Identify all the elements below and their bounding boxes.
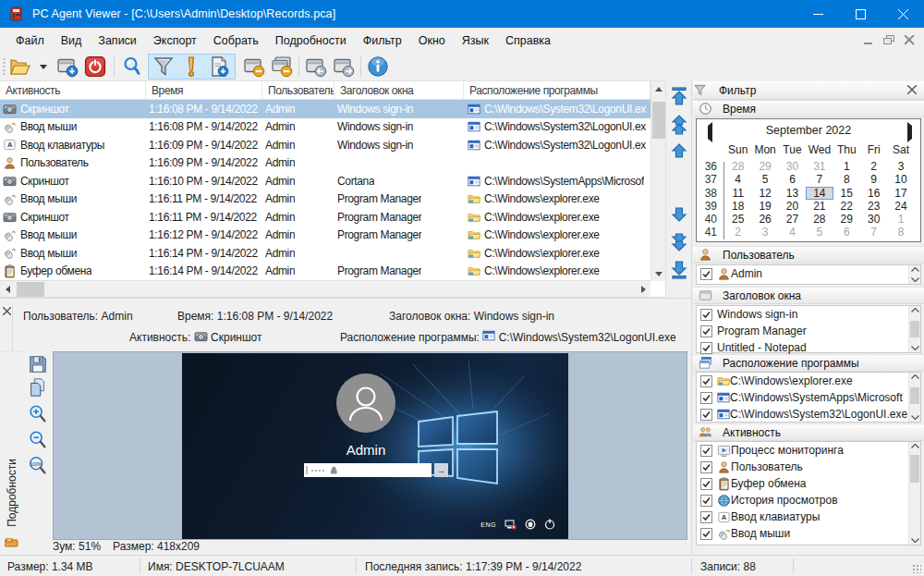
resize-grip[interactable] — [912, 564, 921, 573]
table-horizontal-scrollbar[interactable] — [0, 280, 650, 297]
calendar-day[interactable]: 6 — [833, 226, 860, 239]
calendar-day[interactable]: 20 — [779, 200, 806, 213]
calendar-day[interactable]: 23 — [860, 200, 887, 213]
menu-item-8[interactable]: Язык — [454, 29, 497, 53]
calendar-day[interactable]: 16 — [860, 187, 887, 200]
filter-window-item-0[interactable]: Windows sign-in — [697, 306, 920, 323]
calendar-day[interactable]: 7 — [860, 226, 887, 239]
calendar-day[interactable]: 9 — [860, 173, 887, 186]
calendar-day[interactable]: 2 — [724, 226, 751, 239]
toolbar-grip[interactable] — [3, 57, 6, 76]
calendar-day[interactable]: 10 — [887, 173, 914, 186]
checkbox-checked[interactable] — [700, 409, 712, 421]
column-header-1[interactable]: Время — [146, 81, 262, 99]
calendar-day[interactable]: 27 — [779, 213, 806, 226]
calendar-day[interactable]: 1 — [887, 213, 914, 226]
calendar-day[interactable]: 4 — [779, 226, 806, 239]
filter-activity-item-1[interactable]: Пользователь — [697, 459, 920, 475]
table-row-7[interactable]: Ввод мыши1:16:12 PM - 9/14/2022AdminProg… — [0, 227, 650, 245]
menu-item-4[interactable]: Собрать — [205, 29, 267, 53]
menu-item-6[interactable]: Фильтр — [355, 29, 410, 53]
previous-record-button[interactable] — [304, 55, 328, 79]
minimize-button[interactable] — [796, 0, 839, 28]
filter-path-scrollbar[interactable] — [908, 373, 920, 422]
collect-button[interactable] — [55, 55, 79, 79]
table-row-2[interactable]: AВвод клавиатуры1:16:09 PM - 9/14/2022Ad… — [0, 136, 650, 154]
menu-item-5[interactable]: Подробности — [267, 29, 355, 53]
go-page-down-button[interactable] — [669, 231, 689, 251]
important-button[interactable] — [179, 55, 203, 79]
checkbox-checked[interactable] — [700, 495, 712, 507]
calendar-day[interactable]: 15 — [833, 187, 860, 200]
calendar-day[interactable]: 21 — [806, 200, 833, 213]
calendar-day[interactable]: 18 — [724, 200, 751, 213]
menu-item-0[interactable]: Файл — [7, 29, 53, 53]
calendar-day[interactable]: 8 — [887, 226, 914, 239]
calendar-day[interactable]: 29 — [751, 160, 778, 173]
calendar-day[interactable]: 26 — [751, 213, 778, 226]
calendar-day[interactable]: 31 — [806, 160, 833, 173]
calendar-selected-day[interactable]: 14 — [806, 187, 833, 200]
calendar-day[interactable]: 25 — [724, 213, 751, 226]
calendar-day[interactable]: 6 — [779, 173, 806, 186]
filter-path-item-2[interactable]: C:\Windows\System32\LogonUI.exe — [697, 406, 920, 423]
menu-item-3[interactable]: Экспорт — [145, 29, 205, 53]
save-button[interactable] — [28, 354, 50, 376]
checkbox-checked[interactable] — [700, 511, 712, 523]
menu-item-7[interactable]: Окно — [410, 29, 454, 53]
table-row-5[interactable]: Ввод мыши1:16:11 PM - 9/14/2022AdminProg… — [0, 190, 650, 209]
calendar-day[interactable]: 8 — [833, 173, 860, 186]
filter-activity-item-2[interactable]: Буфер обмена — [697, 475, 920, 492]
checkbox-checked[interactable] — [700, 342, 712, 354]
calendar-next-icon[interactable] — [907, 126, 915, 133]
calendar-month[interactable]: September 2022 — [697, 124, 920, 141]
checkbox-checked[interactable] — [700, 325, 712, 337]
about-button[interactable] — [366, 55, 390, 79]
calendar-day[interactable]: 2 — [860, 160, 887, 173]
column-header-3[interactable]: Заголовок окна — [334, 81, 464, 99]
calendar-day[interactable]: 13 — [779, 187, 806, 200]
table-row-0[interactable]: Скриншот1:16:08 PM - 9/14/2022AdminWindo… — [0, 100, 650, 118]
open-dropdown-button[interactable] — [39, 55, 48, 79]
maximize-button[interactable] — [839, 0, 881, 28]
close-button[interactable] — [881, 0, 924, 28]
calendar-day[interactable]: 11 — [724, 187, 751, 200]
calendar-day[interactable]: 5 — [751, 173, 778, 186]
column-header-4[interactable]: Расположение программы — [464, 81, 650, 99]
calendar-day[interactable]: 19 — [751, 200, 778, 213]
signin-language[interactable]: ENG — [480, 521, 496, 528]
table-row-3[interactable]: Пользователь1:16:09 PM - 9/14/2022Admin — [0, 154, 650, 173]
details-button[interactable] — [207, 55, 231, 79]
table-row-6[interactable]: Скриншот1:16:11 PM - 9/14/2022AdminProgr… — [0, 208, 650, 227]
table-row-4[interactable]: Скриншот1:16:10 PM - 9/14/2022AdminCorta… — [0, 172, 650, 190]
menu-item-2[interactable]: Записи — [90, 29, 145, 53]
checkbox-checked[interactable] — [700, 375, 712, 387]
calendar-day[interactable]: 24 — [887, 200, 914, 213]
signin-network-icon[interactable] — [505, 520, 517, 530]
calendar-day[interactable]: 28 — [806, 213, 833, 226]
menu-item-1[interactable]: Вид — [53, 29, 91, 53]
go-page-up-button[interactable] — [669, 115, 689, 135]
go-first-button[interactable] — [669, 87, 689, 107]
calendar-day[interactable]: 28 — [724, 160, 751, 173]
filter-activity-item-5[interactable]: Ввод мыши — [697, 525, 920, 542]
filter-activity-item-4[interactable]: AВвод клавиатуры — [697, 509, 920, 525]
filter-user-scrollbar[interactable] — [908, 265, 920, 284]
search-button[interactable] — [120, 55, 144, 79]
child-minimize-icon[interactable] — [864, 36, 873, 45]
calendar-day[interactable]: 29 — [833, 213, 860, 226]
filter-button[interactable] — [152, 55, 176, 79]
calendar-day[interactable]: 30 — [860, 213, 887, 226]
checkbox-checked[interactable] — [700, 392, 712, 404]
child-restore-icon[interactable] — [883, 35, 894, 45]
calendar-day[interactable]: 3 — [751, 226, 778, 239]
checkbox-checked[interactable] — [700, 461, 712, 473]
signin-power-icon[interactable] — [544, 519, 555, 530]
column-header-2[interactable]: Пользователь — [262, 81, 334, 99]
zoom-out-button[interactable] — [28, 430, 50, 452]
table-row-8[interactable]: Ввод мыши1:16:14 PM - 9/14/2022AdminC:\W… — [0, 244, 650, 263]
filter-activity-scrollbar[interactable] — [908, 442, 920, 545]
checkbox-checked[interactable] — [700, 309, 712, 321]
signin-password-input[interactable] — [304, 463, 432, 477]
delete-all-button[interactable] — [270, 55, 294, 79]
